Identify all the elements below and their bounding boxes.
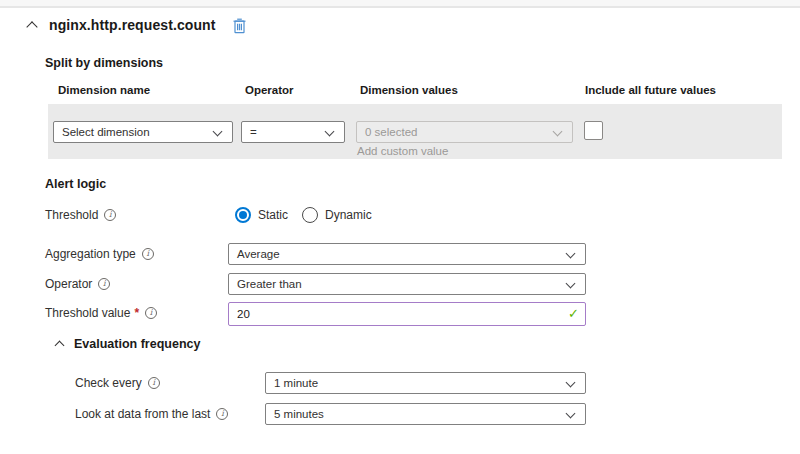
evaluation-frequency-header[interactable]: Evaluation frequency	[56, 337, 200, 351]
threshold-label: Threshold	[45, 208, 98, 222]
info-icon[interactable]: i	[145, 307, 157, 319]
operator-label: Operator	[45, 277, 92, 291]
collapse-chevron-icon[interactable]	[26, 21, 37, 32]
chevron-down-icon	[566, 378, 576, 388]
check-every-label-row: Check every i	[75, 376, 160, 390]
info-icon[interactable]: i	[104, 209, 116, 221]
add-custom-value-link[interactable]: Add custom value	[357, 145, 448, 157]
dimension-name-dropdown[interactable]: Select dimension	[53, 121, 233, 143]
threshold-value-input[interactable]	[228, 302, 586, 326]
chevron-down-icon	[213, 127, 223, 137]
info-icon[interactable]: i	[98, 278, 110, 290]
trash-icon	[232, 17, 247, 34]
include-future-values-checkbox[interactable]	[584, 121, 603, 140]
info-icon[interactable]: i	[216, 408, 228, 420]
check-every-value: 1 minute	[274, 377, 318, 389]
column-header-include-future: Include all future values	[585, 84, 716, 96]
chevron-down-icon	[566, 249, 576, 259]
alert-logic-title: Alert logic	[45, 177, 106, 191]
dimension-name-dropdown-value: Select dimension	[62, 126, 150, 138]
info-icon[interactable]: i	[142, 248, 154, 260]
lookback-dropdown[interactable]: 5 minutes	[265, 403, 586, 425]
column-header-operator: Operator	[245, 84, 294, 96]
radio-static-label: Static	[258, 208, 288, 222]
radio-icon	[302, 207, 318, 223]
metric-title: nginx.http.request.count	[49, 17, 216, 33]
chevron-down-icon	[325, 127, 335, 137]
check-every-dropdown[interactable]: 1 minute	[265, 372, 586, 394]
aggregation-type-dropdown[interactable]: Average	[228, 243, 586, 265]
top-divider	[0, 0, 800, 8]
operator-label-row: Operator i	[45, 277, 110, 291]
lookback-label-row: Look at data from the last i	[75, 407, 228, 421]
collapse-chevron-icon	[55, 341, 65, 351]
delete-metric-button[interactable]	[230, 15, 250, 35]
chevron-down-icon	[566, 409, 576, 419]
metric-header: nginx.http.request.count	[28, 15, 250, 35]
radio-static[interactable]: Static	[235, 207, 288, 223]
radio-dynamic-label: Dynamic	[325, 208, 372, 222]
alert-condition-pane: nginx.http.request.count Split by dimens…	[0, 0, 800, 454]
dimension-operator-value: =	[250, 126, 257, 138]
lookback-value: 5 minutes	[274, 408, 324, 420]
column-header-dimension-name: Dimension name	[58, 84, 150, 96]
evaluation-frequency-title: Evaluation frequency	[74, 337, 200, 351]
operator-dropdown[interactable]: Greater than	[228, 273, 586, 295]
split-section-title: Split by dimensions	[45, 56, 163, 70]
threshold-value-label: Threshold value	[45, 306, 130, 320]
aggregation-label-row: Aggregation type i	[45, 247, 154, 261]
radio-dynamic[interactable]: Dynamic	[302, 207, 372, 223]
threshold-value-label-row: Threshold value * i	[45, 306, 157, 320]
aggregation-type-value: Average	[237, 248, 280, 260]
chevron-down-icon	[566, 279, 576, 289]
threshold-label-row: Threshold i	[45, 208, 116, 222]
chevron-down-icon	[553, 127, 563, 137]
dimension-operator-dropdown[interactable]: =	[241, 121, 345, 143]
column-header-dimension-values: Dimension values	[360, 84, 458, 96]
check-every-label: Check every	[75, 376, 142, 390]
dimension-values-value: 0 selected	[365, 126, 417, 138]
aggregation-type-label: Aggregation type	[45, 247, 136, 261]
checkmark-icon: ✓	[568, 306, 579, 321]
info-icon[interactable]: i	[148, 377, 160, 389]
radio-icon	[235, 207, 251, 223]
required-asterisk: *	[134, 306, 139, 320]
lookback-label: Look at data from the last	[75, 407, 210, 421]
dimension-values-dropdown[interactable]: 0 selected	[356, 121, 573, 143]
operator-value: Greater than	[237, 278, 302, 290]
threshold-radio-group: Static Dynamic	[235, 207, 372, 223]
